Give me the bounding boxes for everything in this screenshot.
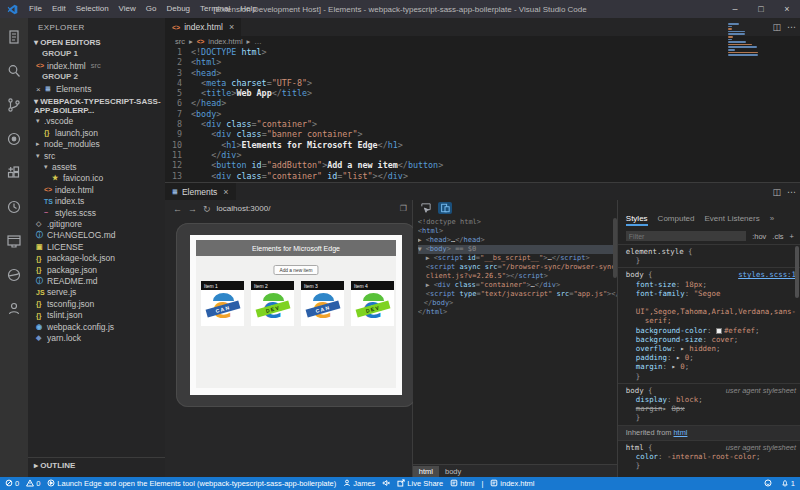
maximize-button[interactable]: □ — [748, 0, 774, 18]
device-toolbar-icon[interactable] — [438, 202, 452, 214]
file-row-assets[interactable]: ▾assets — [28, 161, 165, 172]
inherited-link[interactable]: html — [673, 428, 687, 437]
file-row-yarn-lock[interactable]: ◆yarn.lock — [28, 332, 165, 343]
tab-close-icon[interactable]: × — [223, 187, 228, 197]
file-row-webpack-config-js[interactable]: ◉webpack.config.js — [28, 321, 165, 332]
file-row-package-lock-json[interactable]: {}package-lock.json — [28, 252, 165, 263]
file-row-package-json[interactable]: {}package.json — [28, 264, 165, 275]
styles-filter-input[interactable] — [626, 231, 746, 241]
styles-tab-styles[interactable]: Styles — [626, 214, 648, 226]
tab-index-html[interactable]: <> index.html × — [165, 18, 241, 36]
tab-close-icon[interactable]: × — [229, 22, 234, 32]
dom-node[interactable]: </body> — [418, 299, 617, 308]
dom-node[interactable]: <html> — [418, 227, 617, 236]
activity-history[interactable] — [0, 192, 28, 226]
minimize-button[interactable]: – — [722, 0, 748, 18]
split-editor-icon[interactable]: ◫ — [772, 22, 781, 32]
file-row-styles-scss[interactable]: ~styles.scss — [28, 207, 165, 218]
status-launch[interactable]: Launch Edge and open the Elements tool (… — [47, 479, 336, 489]
dom-crumb-body[interactable]: body — [439, 466, 467, 477]
tab-elements[interactable]: ≣ Elements × — [165, 183, 236, 201]
styles-tab-computed[interactable]: Computed — [658, 214, 695, 226]
dom-node[interactable]: <script type="text/javascript" src="app.… — [418, 290, 617, 299]
file-row-favicon-ico[interactable]: ★favicon.ico — [28, 173, 165, 184]
split-editor-icon[interactable]: ◫ — [772, 187, 781, 197]
menu-go[interactable]: Go — [141, 0, 162, 18]
status-warning[interactable]: 0 — [26, 479, 40, 489]
file-row-changelog-md[interactable]: ⓘCHANGELOG.md — [28, 230, 165, 241]
status-bell[interactable]: 1 — [781, 479, 795, 489]
file-row-src[interactable]: ▾src — [28, 150, 165, 161]
activity-edge-tools[interactable] — [0, 260, 28, 294]
style-rule[interactable]: body {user agent stylesheetdisplay: bloc… — [618, 383, 800, 425]
open-in-browser-icon[interactable]: ❐ — [400, 204, 407, 213]
styles-tab-event-listeners[interactable]: Event Listeners — [705, 214, 760, 226]
activity-remote[interactable] — [0, 294, 28, 328]
root-folder-header[interactable]: ▾ WEBPACK-TYPESCRIPT-SASS-APP-BOILERP... — [28, 95, 165, 116]
status-error[interactable]: 0 — [5, 479, 19, 489]
dom-node[interactable]: ▼ <body> == $0 — [418, 245, 617, 254]
style-rule[interactable]: body {styles.scss:1font-size: 18px;font-… — [618, 267, 800, 382]
menu-edit[interactable]: Edit — [47, 0, 71, 18]
forward-icon[interactable]: → — [188, 204, 197, 214]
open-editors-header[interactable]: ▾ OPEN EDITORS — [28, 36, 165, 48]
file-row-launch-json[interactable]: {}launch.json — [28, 127, 165, 138]
activity-extensions[interactable] — [0, 158, 28, 192]
file-row-tsconfig-json[interactable]: {}tsconfig.json — [28, 298, 165, 309]
breadcrumb[interactable]: src ▸ <> index.html ▸ … — [165, 36, 800, 47]
more-actions-icon[interactable]: ⋯ — [787, 22, 796, 32]
status-feedback[interactable] — [764, 479, 772, 489]
back-icon[interactable]: ← — [173, 204, 182, 214]
activity-files[interactable] — [0, 22, 28, 56]
file-row-index-ts[interactable]: TSindex.ts — [28, 196, 165, 207]
file-row-serve-js[interactable]: JSserve.js — [28, 287, 165, 298]
breadcrumb-src[interactable]: src — [175, 37, 185, 46]
style-rule[interactable]: html {user agent stylesheetcolor: -inter… — [618, 440, 800, 473]
styles-tab--[interactable]: » — [770, 214, 774, 226]
styles-scrollbar[interactable] — [795, 246, 799, 298]
file-row-tslint-json[interactable]: {}tslint.json — [28, 309, 165, 320]
minimap[interactable] — [728, 23, 762, 57]
dom-node[interactable]: ▶ <head>…</head> — [418, 236, 617, 245]
close-button[interactable]: × — [774, 0, 800, 18]
dom-tree[interactable]: <!doctype html><html>▶ <head>…</head>▼ <… — [413, 216, 617, 317]
dom-node[interactable]: </html> — [418, 308, 617, 317]
file-row-index-html[interactable]: <>index.html — [28, 184, 165, 195]
new-rule-button[interactable]: + — [790, 232, 794, 241]
activity-debug[interactable] — [0, 124, 28, 158]
file-row-license[interactable]: ▣LICENSE — [28, 241, 165, 252]
breadcrumb-symbol[interactable]: … — [254, 37, 262, 46]
more-actions-icon[interactable]: ⋯ — [787, 187, 796, 197]
style-rules[interactable]: element.style {}body {styles.scss:1font-… — [618, 244, 800, 472]
status-edge-target[interactable]: html — [450, 479, 474, 489]
refresh-icon[interactable]: ↻ — [203, 204, 211, 214]
menu-view[interactable]: View — [114, 0, 141, 18]
file-row-node-modules[interactable]: ▸node_modules — [28, 139, 165, 150]
style-rule[interactable]: element.style {} — [618, 244, 800, 267]
activity-source-control[interactable] — [0, 90, 28, 124]
menu-debug[interactable]: Debug — [161, 0, 195, 18]
activity-search[interactable] — [0, 56, 28, 90]
status-share[interactable]: Live Share — [397, 479, 443, 489]
dom-node[interactable]: ▶ <script id="__bs_script__">…</script> — [418, 254, 617, 263]
file-row-readme-md[interactable]: ⓘREADME.md — [28, 275, 165, 286]
breadcrumb-file[interactable]: index.html — [208, 37, 242, 46]
dom-node[interactable]: client.js?v=2.26.5"></script> — [418, 272, 617, 281]
url-bar[interactable]: localhost:3000/ — [217, 204, 271, 213]
element-class-button[interactable]: .cls — [772, 232, 783, 241]
menu-file[interactable]: File — [24, 0, 47, 18]
status-person[interactable]: James — [343, 479, 375, 489]
status-edge-target[interactable]: index.html — [490, 479, 534, 489]
dom-crumb-html[interactable]: html — [413, 466, 439, 477]
pseudo-state-button[interactable]: :hov — [752, 232, 766, 241]
menu-selection[interactable]: Selection — [71, 0, 114, 18]
stylesheet-link[interactable]: styles.scss:1 — [738, 270, 796, 279]
dom-node[interactable]: ▶ <div class="container">…</div> — [418, 281, 617, 290]
close-icon[interactable]: × — [36, 85, 45, 94]
add-item-button[interactable]: Add a new item — [273, 265, 318, 275]
activity-browser-preview[interactable] — [0, 226, 28, 260]
dom-scrollbar[interactable] — [613, 218, 617, 278]
dom-node[interactable]: <!doctype html> — [418, 218, 617, 227]
file-row-elements[interactable]: ×≣Elements — [28, 83, 165, 94]
code-editor[interactable]: 1<!DOCTYPE html>2<html>3<head>4 <meta ch… — [165, 47, 800, 181]
